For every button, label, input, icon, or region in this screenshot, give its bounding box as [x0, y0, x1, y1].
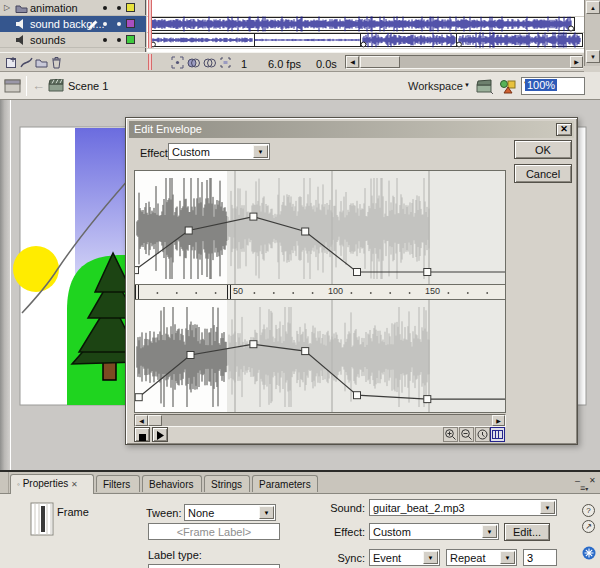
time-out-handle[interactable] [227, 285, 232, 299]
layer-row-sound-background[interactable]: sound backgr... [0, 16, 146, 32]
chevron-down-icon[interactable]: ▼ [482, 525, 497, 538]
playhead-marker[interactable] [148, 54, 152, 70]
onion-skin-outlines-icon[interactable] [202, 56, 216, 70]
panel-menu-icon[interactable]: ≡▾ [580, 483, 588, 493]
frame-label-input[interactable] [148, 523, 280, 540]
layer-lock-dot[interactable] [117, 22, 121, 26]
ok-button[interactable]: OK [514, 140, 572, 159]
tween-value: None [188, 507, 214, 519]
chevron-down-icon[interactable]: ▼ [540, 501, 555, 514]
elapsed-time-value: 0.0s [316, 58, 337, 70]
edit-scene-icon[interactable] [476, 79, 494, 94]
zoom-level-combo[interactable]: 100% ▼ [521, 77, 585, 95]
edit-bar: ← Scene 1 Workspace ▼ 100% ▼ [0, 72, 600, 100]
sound-combo[interactable]: guitar_beat_2.mp3 ▼ [369, 499, 557, 516]
layer-lock-dot[interactable] [117, 38, 121, 42]
timeline-frames[interactable] [147, 0, 584, 52]
back-arrow-icon[interactable]: ← [32, 78, 45, 93]
loop-combo[interactable]: Repeat ▼ [446, 549, 517, 566]
scene-name[interactable]: Scene 1 [68, 80, 108, 92]
layer-lock-dot[interactable] [117, 6, 121, 10]
tab-filters[interactable]: Filters [96, 475, 140, 492]
properties-panel: ◦ Properties ✕ Filters Behaviors Strings… [0, 470, 600, 568]
chevron-down-icon[interactable]: ▼ [259, 506, 274, 519]
layer-visibility-dot[interactable] [103, 6, 107, 10]
insert-layer-folder-icon[interactable] [34, 56, 48, 70]
scroll-left-icon[interactable]: ◀ [135, 415, 148, 426]
tab-properties[interactable]: ◦ Properties ✕ [10, 474, 94, 494]
envelope-panel-left-channel[interactable] [134, 170, 506, 285]
chevron-down-icon[interactable]: ▼ [500, 551, 515, 564]
tab-strings[interactable]: Strings [204, 475, 250, 492]
close-icon[interactable]: ✕ [556, 123, 572, 136]
frame-rate-value[interactable]: 6.0 fps [268, 58, 301, 70]
play-button[interactable] [152, 427, 168, 442]
workspace-menu[interactable]: Workspace [408, 80, 463, 92]
edit-multiple-frames-icon[interactable] [218, 56, 232, 70]
timeline-vertical-scrollbar[interactable]: ▲ ▼ [584, 0, 600, 66]
onion-skin-icon[interactable] [186, 56, 200, 70]
layer-name[interactable]: sounds [30, 34, 65, 46]
envelope-horizontal-scrollbar[interactable]: ◀ ▶ [134, 414, 506, 427]
panel-state-icon: ◦ [17, 480, 20, 489]
insert-layer-icon[interactable] [4, 56, 18, 70]
effect-combo[interactable]: Custom ▼ [369, 523, 499, 540]
scene-clapper-icon [48, 79, 64, 92]
effect-value: Custom [373, 526, 411, 538]
popout-icon[interactable]: ↗ [582, 520, 595, 533]
seconds-view-icon[interactable] [475, 427, 490, 442]
layer-outline-swatch[interactable] [126, 3, 135, 12]
dialog-title-bar[interactable]: Edit Envelope [129, 121, 574, 138]
layer-name[interactable]: animation [30, 2, 78, 14]
scrollbar-thumb[interactable] [360, 56, 400, 68]
scroll-down-icon[interactable]: ▼ [586, 50, 600, 63]
ruler-label: 50 [233, 286, 243, 296]
layer-row-sounds[interactable]: sounds [0, 32, 146, 48]
zoom-in-icon[interactable] [443, 427, 458, 442]
timeline-horizontal-scrollbar[interactable]: ◀ ▶ [345, 55, 583, 69]
center-frame-icon[interactable] [170, 56, 184, 70]
playhead[interactable] [148, 0, 152, 48]
time-in-handle[interactable] [135, 285, 140, 299]
scrollbar-thumb[interactable] [148, 415, 162, 426]
reference-star-icon[interactable] [582, 546, 596, 560]
scroll-right-icon[interactable]: ▶ [492, 415, 505, 426]
scroll-left-icon[interactable]: ◀ [346, 56, 359, 68]
effect-label: Effect: [322, 526, 365, 538]
help-icon[interactable]: ? [582, 504, 595, 517]
edit-envelope-button[interactable]: Edit... [504, 523, 550, 541]
delete-layer-icon[interactable] [49, 56, 63, 70]
tab-behaviors[interactable]: Behaviors [142, 475, 202, 492]
tab-close-icon[interactable]: ✕ [71, 480, 78, 489]
sync-combo[interactable]: Event ▼ [369, 549, 440, 566]
tween-combo[interactable]: None ▼ [184, 504, 276, 521]
scroll-right-icon[interactable]: ▶ [570, 56, 583, 68]
chevron-down-icon[interactable]: ▼ [253, 145, 268, 158]
scroll-up-icon[interactable]: ▲ [586, 1, 600, 14]
tab-parameters[interactable]: Parameters [252, 475, 318, 492]
edit-symbols-icon[interactable] [499, 79, 517, 94]
envelope-handle [250, 213, 257, 220]
stop-button[interactable] [134, 427, 150, 442]
loop-count-input[interactable] [523, 549, 557, 566]
chevron-down-icon[interactable]: ▼ [423, 551, 438, 564]
envelope-handle [424, 396, 431, 403]
layer-visibility-dot[interactable] [103, 38, 107, 42]
timeline-toggle-icon[interactable] [4, 79, 21, 93]
folder-expand-icon[interactable]: ▷ [4, 3, 10, 12]
panel-close-icon[interactable]: ✕ [589, 476, 596, 485]
layer-visibility-dot[interactable] [103, 22, 107, 26]
envelope-ruler[interactable]: 50 100 150 [134, 285, 506, 299]
effect-combo[interactable]: Custom ▼ [168, 143, 270, 160]
cancel-button[interactable]: Cancel [514, 164, 572, 183]
zoom-out-icon[interactable] [459, 427, 474, 442]
envelope-panel-right-channel[interactable] [134, 299, 506, 413]
frames-view-icon[interactable] [490, 427, 505, 442]
label-type-combo[interactable] [148, 564, 280, 568]
layer-row-animation[interactable]: ▷ animation [0, 0, 146, 16]
add-motion-guide-icon[interactable] [19, 56, 33, 70]
layer-outline-swatch[interactable] [126, 19, 135, 28]
layer-outline-swatch[interactable] [126, 35, 135, 44]
sound-value: guitar_beat_2.mp3 [373, 502, 465, 514]
workspace-chevron-icon[interactable]: ▼ [464, 82, 470, 88]
